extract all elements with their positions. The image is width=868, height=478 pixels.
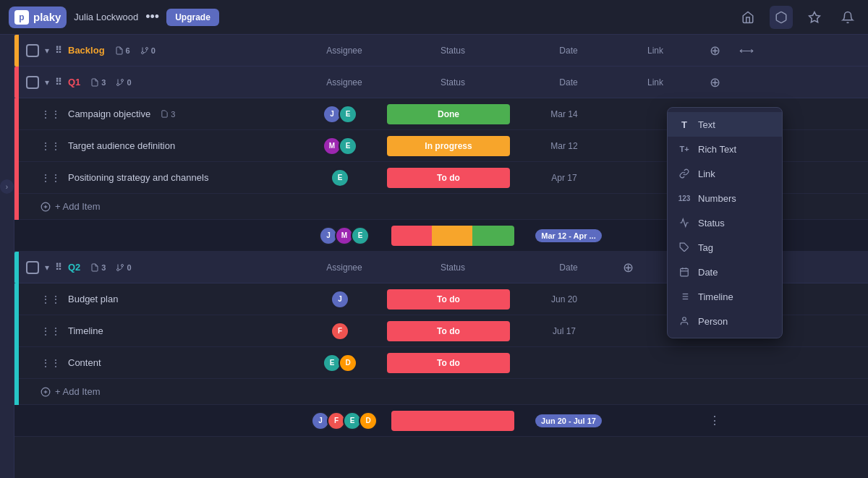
svg-point-5	[122, 79, 124, 81]
backlog-chevron[interactable]: ▾	[43, 44, 51, 57]
q1-branch-count: 0	[116, 78, 131, 87]
backlog-branch-count: 0	[140, 46, 156, 55]
menu-item-rich-text[interactable]: T+ Rich Text	[668, 137, 782, 161]
progress-seg-todo	[391, 226, 432, 246]
q1-assignee-header: Assignee	[308, 77, 380, 88]
q2-drag-handle: ⠿	[55, 262, 62, 273]
link-icon	[678, 167, 691, 180]
row-status[interactable]: To do	[376, 321, 521, 341]
q2-chevron[interactable]: ▾	[43, 261, 51, 274]
avatar[interactable]: F	[331, 322, 349, 341]
summary-progress-bar	[380, 226, 525, 246]
app-logo[interactable]: p plaky	[9, 7, 67, 28]
q1-add-column-button[interactable]: ⊕	[710, 74, 720, 90]
backlog-checkbox[interactable]	[26, 44, 39, 57]
context-menu: T Text T+ Rich Text Link 123 Numbers Sta…	[667, 107, 783, 338]
backlog-title: Backlog	[68, 45, 105, 56]
avatar[interactable]: E	[339, 137, 357, 155]
row-status[interactable]: In progress	[376, 136, 521, 156]
rich-text-icon: T+	[678, 142, 691, 155]
q1-date-header: Date	[525, 77, 612, 88]
menu-item-link[interactable]: Link	[668, 161, 782, 186]
backlog-drag-handle: ⠿	[55, 45, 62, 56]
upgrade-button[interactable]: Upgrade	[166, 9, 219, 26]
menu-item-person[interactable]: Person	[668, 309, 782, 333]
q1-title: Q1	[68, 77, 80, 88]
q2-add-column-button[interactable]: ⊕	[623, 260, 634, 276]
q1-add-col: ⊕	[699, 74, 731, 90]
backlog-link-header: Link	[612, 46, 699, 56]
avatar[interactable]: E	[339, 105, 357, 124]
row-date[interactable]: Mar 14	[521, 109, 608, 119]
drag-handle-icon: ⋮⋮	[41, 357, 61, 369]
date-range-badge: Mar 12 - Apr ...	[535, 229, 601, 242]
summary-progress-bar	[380, 411, 525, 431]
menu-item-status[interactable]: Status	[668, 210, 782, 235]
row-title[interactable]: Budget plan	[68, 294, 118, 304]
add-item-label: + Add Item	[55, 386, 101, 397]
avatar[interactable]: J	[331, 290, 349, 309]
progress-seg-inprogress	[432, 226, 472, 246]
q2-checkbox[interactable]	[26, 261, 39, 274]
row-date[interactable]: Apr 17	[521, 173, 608, 183]
status-badge[interactable]: In progress	[387, 136, 510, 156]
menu-item-text[interactable]: T Text	[668, 112, 782, 137]
avatar[interactable]: E	[331, 168, 349, 187]
tag-icon	[678, 241, 691, 254]
cube-icon-button[interactable]	[770, 6, 793, 29]
progress-seg-done	[472, 226, 514, 246]
home-icon-button[interactable]	[736, 6, 760, 29]
row-status[interactable]: To do	[376, 168, 521, 188]
row-status[interactable]: Done	[376, 104, 521, 124]
q1-checkbox[interactable]	[26, 76, 39, 89]
row-name: ⋮⋮ Target audience definition	[19, 140, 304, 152]
status-badge[interactable]: To do	[387, 289, 510, 310]
q2-assignee-header: Assignee	[308, 263, 380, 273]
summary-assignees: J F E D	[308, 411, 380, 430]
backlog-expand-button[interactable]: ⟷	[739, 45, 754, 56]
row-title[interactable]: Content	[68, 357, 101, 368]
row-doc-count: 3	[161, 110, 175, 119]
row-name: ⋮⋮ Budget plan	[19, 294, 304, 305]
avatar[interactable]: E	[351, 226, 370, 245]
avatar[interactable]: D	[359, 411, 378, 430]
menu-item-tag[interactable]: Tag	[668, 235, 782, 260]
q2-add-item-button[interactable]: + Add Item	[19, 386, 101, 397]
collapse-sidebar-button[interactable]: ›	[0, 179, 14, 194]
q1-chevron[interactable]: ▾	[43, 76, 51, 89]
menu-item-date[interactable]: Date	[668, 260, 782, 284]
summary-date-range: Jun 20 - Jul 17	[525, 414, 612, 427]
more-button[interactable]: •••	[145, 9, 159, 25]
menu-label-text: Text	[698, 119, 715, 130]
drag-handle-icon: ⋮⋮	[41, 325, 61, 337]
q1-add-item-button[interactable]: + Add Item	[19, 201, 101, 212]
menu-item-numbers[interactable]: 123 Numbers	[668, 186, 782, 210]
backlog-date-header: Date	[525, 46, 612, 56]
row-assignees: E	[304, 168, 376, 187]
status-badge[interactable]: To do	[387, 353, 510, 373]
row-title[interactable]: Campaign objective	[68, 108, 150, 119]
q1-group-name-col: ▾ ⠿ Q1 3 0	[19, 76, 308, 89]
row-date[interactable]: Mar 12	[521, 141, 608, 151]
row-status[interactable]: To do	[376, 289, 521, 310]
backlog-add-column-button[interactable]: ⊕	[710, 43, 720, 59]
row-title[interactable]: Timeline	[68, 325, 103, 336]
star-icon-button[interactable]	[803, 6, 826, 29]
row-title[interactable]: Positioning strategy and channels	[68, 172, 208, 183]
avatar[interactable]: D	[339, 354, 357, 372]
status-badge[interactable]: Done	[387, 104, 510, 124]
left-nav-panel: ›	[0, 35, 14, 478]
summary-more-button[interactable]: ⋮	[703, 411, 726, 430]
status-badge[interactable]: To do	[387, 321, 510, 341]
row-title[interactable]: Target audience definition	[68, 140, 175, 151]
menu-item-timeline[interactable]: Timeline	[668, 284, 782, 309]
row-status[interactable]: To do	[376, 353, 521, 373]
svg-point-6	[117, 83, 119, 85]
row-date[interactable]: Jul 17	[521, 326, 608, 336]
bell-icon-button[interactable]	[836, 6, 859, 29]
row-date[interactable]: Jun 20	[521, 294, 608, 304]
row-assignees: J E	[304, 105, 376, 124]
backlog-add-col: ⊕	[699, 43, 731, 59]
status-badge[interactable]: To do	[387, 168, 510, 188]
row-name: ⋮⋮ Campaign objective 3	[19, 108, 304, 120]
